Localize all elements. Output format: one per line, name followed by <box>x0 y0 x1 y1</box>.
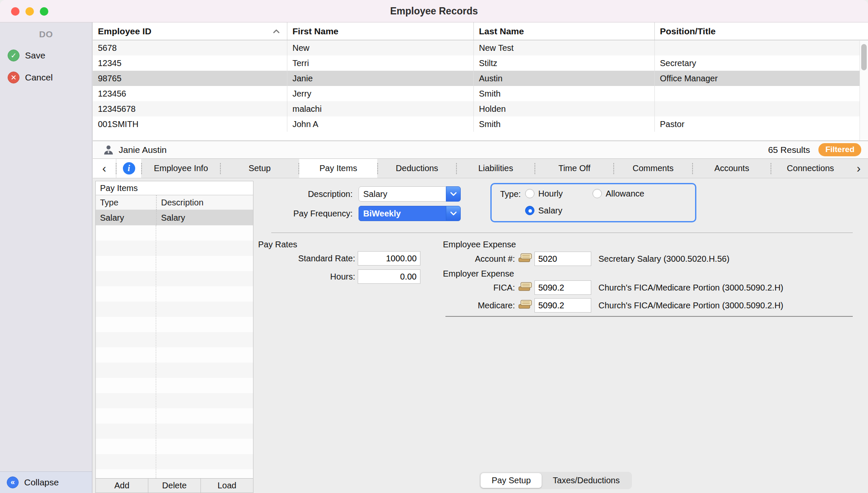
table-row[interactable]: 12345 Terri Stiltz Secretary <box>93 55 868 71</box>
tab-pay-setup[interactable]: Pay Setup <box>481 473 542 488</box>
column-header-description[interactable]: Description <box>156 195 253 210</box>
cancel-button[interactable]: ✕ Cancel <box>8 70 53 85</box>
standard-rate-input[interactable] <box>358 251 420 266</box>
save-label: Save <box>25 50 45 61</box>
tab-comments[interactable]: Comments <box>614 159 692 178</box>
account-number-label: Account #: <box>439 254 515 264</box>
pay-item-row-selected[interactable]: Salary Salary <box>96 210 253 225</box>
table-row[interactable]: 5678 New New Test <box>93 40 868 55</box>
tab-employee-info[interactable]: Employee Info <box>142 159 220 178</box>
pay-items-actions: Add Delete Load <box>96 478 253 493</box>
medicare-account-description: Church's FICA/Medicare Portion (3000.509… <box>598 301 783 310</box>
collapse-button[interactable]: « Collapse <box>0 471 92 493</box>
tab-liabilities[interactable]: Liabilities <box>457 159 535 178</box>
scrollbar-thumb[interactable] <box>861 44 867 70</box>
account-description: Secretary Salary (3000.5020.H.56) <box>598 254 729 264</box>
table-row[interactable]: 12345678 malachi Holden <box>93 101 868 116</box>
minimize-window-button[interactable] <box>25 7 34 16</box>
employer-expense-heading: Employer Expense <box>443 269 514 279</box>
add-button[interactable]: Add <box>96 479 148 493</box>
pay-rates-heading: Pay Rates <box>258 240 297 249</box>
medicare-account-input[interactable] <box>534 298 591 313</box>
pay-frequency-dropdown-button[interactable] <box>446 206 461 221</box>
medicare-label: Medicare: <box>439 301 515 310</box>
close-window-button[interactable] <box>11 7 19 16</box>
type-label: Type: <box>500 189 521 199</box>
chevron-down-icon <box>450 211 457 216</box>
table-row[interactable]: 123456 Jerry Smith <box>93 86 868 101</box>
description-dropdown-button[interactable] <box>446 186 461 202</box>
chevron-down-icon <box>450 192 457 196</box>
tab-strip: Employee Info Setup Pay Items Deductions… <box>142 159 849 178</box>
column-header-type[interactable]: Type <box>96 195 156 210</box>
pay-item-detail-pane: Description: Salary Pay Frequency: BiWee… <box>253 178 868 493</box>
tab-time-off[interactable]: Time Off <box>535 159 613 178</box>
radio-salary[interactable]: Salary <box>525 205 562 216</box>
detail-tab-bar: ‹ i Employee Info Setup Pay Items Deduct… <box>93 159 868 178</box>
fica-account-lookup-icon[interactable] <box>518 281 532 293</box>
results-count: 65 Results <box>768 145 810 155</box>
pay-items-column-headers: Type Description <box>96 195 253 210</box>
radio-hourly[interactable]: Hourly <box>525 188 563 199</box>
column-header-first-name[interactable]: First Name <box>287 22 473 40</box>
selected-employee-name: Janie Austin <box>119 145 167 155</box>
record-status-bar: Janie Austin 65 Results Filtered <box>93 141 868 159</box>
pay-frequency-combo[interactable]: BiWeekly <box>359 206 446 221</box>
employee-table-body: 5678 New New Test 12345 Terri Stiltz Sec… <box>93 40 868 132</box>
cancel-x-icon: ✕ <box>8 72 19 83</box>
sort-ascending-icon <box>273 29 280 34</box>
medicare-account-lookup-icon[interactable] <box>518 299 532 310</box>
column-header-position[interactable]: Position/Title <box>654 22 868 40</box>
fica-account-input[interactable] <box>534 280 591 295</box>
hours-input[interactable] <box>358 269 420 284</box>
radio-circle-icon <box>525 189 534 198</box>
tabs-scroll-left-button[interactable]: ‹ <box>93 159 116 178</box>
employee-table: Employee ID First Name Last Name Positio… <box>93 22 868 141</box>
tabs-scroll-right-button[interactable]: › <box>849 159 868 178</box>
type-group-box: Type: Hourly Allowance Salary <box>490 183 696 222</box>
radio-allowance[interactable]: Allowance <box>593 188 644 199</box>
account-number-input[interactable] <box>534 252 591 266</box>
column-header-last-name[interactable]: Last Name <box>473 22 654 40</box>
save-button[interactable]: ✓ Save <box>8 48 45 63</box>
info-icon: i <box>123 162 135 174</box>
description-label: Description: <box>271 189 353 199</box>
column-divider <box>156 225 156 478</box>
collapse-chevrons-icon: « <box>7 476 19 488</box>
filtered-badge[interactable]: Filtered <box>818 143 861 156</box>
section-divider <box>271 233 853 233</box>
pay-frequency-label: Pay Frequency: <box>262 209 353 219</box>
tab-setup[interactable]: Setup <box>221 159 299 178</box>
load-button[interactable]: Load <box>201 479 253 493</box>
radio-selected-icon <box>525 206 534 215</box>
pay-setup-segmented-control: Pay Setup Taxes/Deductions <box>479 472 632 489</box>
standard-rate-label: Standard Rate: <box>262 254 355 263</box>
description-combo[interactable]: Salary <box>359 186 446 202</box>
sidebar-header: DO <box>0 29 92 39</box>
fica-label: FICA: <box>439 283 515 293</box>
info-tab[interactable]: i <box>117 159 141 178</box>
delete-button[interactable]: Delete <box>148 479 201 493</box>
tab-pay-items[interactable]: Pay Items <box>299 159 377 178</box>
employee-expense-heading: Employee Expense <box>443 240 516 249</box>
vertical-scrollbar[interactable] <box>860 41 868 141</box>
zoom-window-button[interactable] <box>40 7 48 16</box>
hours-label: Hours: <box>262 272 355 282</box>
tab-taxes-deductions[interactable]: Taxes/Deductions <box>542 473 631 488</box>
pay-items-panel-title: Pay Items <box>96 181 253 195</box>
tab-deductions[interactable]: Deductions <box>378 159 456 178</box>
expense-section-divider <box>445 316 853 317</box>
account-lookup-icon[interactable] <box>518 252 532 264</box>
tab-connections[interactable]: Connections <box>771 159 849 178</box>
employee-records-window: Employee Records DO ✓ Save ✕ Cancel « Co… <box>0 0 868 493</box>
title-bar: Employee Records <box>0 0 868 22</box>
window-title: Employee Records <box>390 6 478 17</box>
column-header-employee-id[interactable]: Employee ID <box>93 22 287 40</box>
employee-table-header: Employee ID First Name Last Name Positio… <box>93 22 868 40</box>
table-row-selected[interactable]: 98765 Janie Austin Office Manager <box>93 71 868 86</box>
traffic-lights <box>11 7 48 16</box>
pay-items-panel: Pay Items Type Description Salary Salary… <box>95 181 253 493</box>
table-row[interactable]: 001SMITH John A Smith Pastor <box>93 116 868 132</box>
save-check-icon: ✓ <box>8 50 19 61</box>
tab-accounts[interactable]: Accounts <box>693 159 771 178</box>
